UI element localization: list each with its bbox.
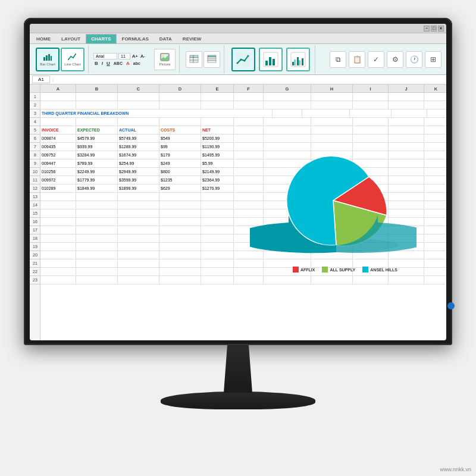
cell-r5k[interactable] bbox=[424, 126, 446, 134]
cell-r1d[interactable] bbox=[159, 93, 201, 101]
cell-r8b[interactable]: $3284.99 bbox=[76, 151, 118, 159]
cell-r6h[interactable] bbox=[311, 134, 353, 143]
cell-r6d[interactable]: $549 bbox=[159, 134, 201, 143]
cell-r2g[interactable] bbox=[264, 101, 311, 109]
cell-r4g[interactable] bbox=[264, 118, 311, 126]
cell-r2j[interactable] bbox=[389, 101, 424, 109]
cell-r9b[interactable]: $789.99 bbox=[76, 159, 118, 168]
cell-ref-input[interactable] bbox=[32, 76, 50, 83]
cell-r10b[interactable]: $2249.99 bbox=[76, 168, 118, 176]
grid-tool-btn[interactable]: ⊞ bbox=[425, 51, 441, 68]
cell-r2h[interactable] bbox=[311, 101, 353, 109]
cell-r6i[interactable] bbox=[353, 134, 389, 143]
cell-r4f[interactable] bbox=[234, 118, 264, 126]
font-increase[interactable]: A+ bbox=[131, 54, 139, 59]
cell-r2f[interactable] bbox=[234, 101, 264, 109]
close-button[interactable]: ✕ bbox=[438, 26, 444, 32]
tab-data[interactable]: DATA bbox=[154, 34, 177, 43]
cell-r3i[interactable] bbox=[392, 109, 427, 118]
cell-r10d[interactable]: $800 bbox=[159, 168, 201, 176]
cell-r10e[interactable]: $2149.99 bbox=[201, 168, 234, 176]
tab-formulas[interactable]: FORMULAS bbox=[117, 34, 154, 43]
cell-h-invoice[interactable]: INVOICE bbox=[40, 126, 76, 134]
cell-r9c[interactable]: $254.99 bbox=[118, 159, 159, 168]
cell-r6g[interactable] bbox=[264, 134, 311, 143]
cell-h-net[interactable]: NET bbox=[201, 126, 234, 134]
abc-button[interactable]: abc bbox=[132, 61, 142, 65]
cell-r1a[interactable] bbox=[40, 93, 76, 101]
cell-r5i[interactable] bbox=[353, 126, 389, 134]
cell-r12a[interactable]: 010289 bbox=[40, 184, 76, 193]
cell-r4k[interactable] bbox=[424, 118, 446, 126]
table-style-btn-2[interactable] bbox=[203, 51, 220, 68]
cell-r3j[interactable] bbox=[427, 109, 446, 118]
settings-tool-btn[interactable]: ⚙ bbox=[387, 51, 403, 68]
minimize-button[interactable]: − bbox=[424, 26, 430, 32]
line-chart-button[interactable]: Line Chart bbox=[61, 48, 84, 71]
tab-layout[interactable]: LAYOUT bbox=[56, 34, 86, 43]
cell-r6a[interactable]: 009874 bbox=[40, 134, 76, 143]
cell-r11b[interactable]: $1779.99 bbox=[76, 176, 118, 184]
cell-h-expected[interactable]: EXPECTED bbox=[76, 126, 118, 134]
cell-r5h[interactable] bbox=[311, 126, 353, 134]
strikethrough-button[interactable]: ABC bbox=[112, 61, 124, 65]
cell-r11d[interactable]: $1235 bbox=[159, 176, 201, 184]
cell-r12c[interactable]: $1899.99 bbox=[118, 184, 159, 193]
cell-r12d[interactable]: $629 bbox=[159, 184, 201, 193]
cell-r10a[interactable]: 010256 bbox=[40, 168, 76, 176]
cell-r4b[interactable] bbox=[76, 118, 118, 126]
cell-r6k[interactable] bbox=[424, 134, 446, 143]
cell-r2a[interactable] bbox=[40, 101, 76, 109]
clock-tool-btn[interactable]: 🕐 bbox=[406, 51, 422, 68]
formula-input[interactable] bbox=[56, 77, 444, 82]
cell-r1c[interactable] bbox=[118, 93, 159, 101]
cell-r8e[interactable]: $1495.99 bbox=[201, 151, 234, 159]
cell-r2e[interactable] bbox=[201, 101, 234, 109]
cell-r11e[interactable]: $2364.99 bbox=[201, 176, 234, 184]
cell-r9d[interactable]: $249 bbox=[159, 159, 201, 168]
cell-r10c[interactable]: $2949.99 bbox=[118, 168, 159, 176]
cell-r3h[interactable] bbox=[350, 109, 392, 118]
cell-r1b[interactable] bbox=[76, 93, 118, 101]
check-tool-btn[interactable]: ✓ bbox=[368, 51, 384, 68]
cell-r1k[interactable] bbox=[424, 93, 446, 101]
maximize-button[interactable]: □ bbox=[431, 26, 437, 32]
cell-r4h[interactable] bbox=[311, 118, 353, 126]
cell-r1h[interactable] bbox=[311, 93, 353, 101]
cell-r1i[interactable] bbox=[353, 93, 389, 101]
cell-r5f[interactable] bbox=[234, 126, 264, 134]
cell-r6c[interactable]: $5749.99 bbox=[118, 134, 159, 143]
monitor-power-button[interactable] bbox=[447, 302, 455, 309]
table-style-btn-1[interactable] bbox=[186, 51, 202, 68]
font-decrease[interactable]: A- bbox=[140, 54, 146, 59]
italic-button[interactable]: I bbox=[101, 61, 104, 66]
cell-r3g[interactable] bbox=[302, 109, 350, 118]
tab-charts[interactable]: CHARTS bbox=[86, 34, 116, 43]
cell-r2k[interactable] bbox=[424, 101, 446, 109]
cell-title[interactable]: THIRD QUARTER FINANCIAL BREAKDOWN bbox=[40, 109, 273, 118]
cell-h-costs[interactable]: COSTS bbox=[159, 126, 201, 134]
cell-r5j[interactable] bbox=[389, 126, 424, 134]
font-name-box[interactable]: Arial bbox=[93, 53, 117, 60]
bar-chart-button[interactable]: Bar Chart bbox=[36, 48, 60, 71]
cell-r2d[interactable] bbox=[159, 101, 201, 109]
bold-button[interactable]: B bbox=[93, 61, 99, 66]
cell-r4c[interactable] bbox=[118, 118, 159, 126]
cell-r7e[interactable]: $1190.99 bbox=[201, 143, 234, 151]
cell-r7b[interactable]: $939.99 bbox=[76, 143, 118, 151]
cell-r9e[interactable]: $5.99 bbox=[201, 159, 234, 168]
cell-r12b[interactable]: $1849.99 bbox=[76, 184, 118, 193]
cell-r2c[interactable] bbox=[118, 101, 159, 109]
picture-button[interactable]: Picture bbox=[154, 49, 176, 70]
cell-r7c[interactable]: $1289.99 bbox=[118, 143, 159, 151]
cell-r7a[interactable]: 009435 bbox=[40, 143, 76, 151]
copy-tool-btn[interactable]: ⧉ bbox=[330, 51, 346, 68]
cell-r4j[interactable] bbox=[389, 118, 424, 126]
line-trend-button[interactable] bbox=[231, 48, 255, 71]
cell-r7d[interactable]: $99 bbox=[159, 143, 201, 151]
bar-trend-button[interactable] bbox=[259, 48, 283, 71]
cell-r3f[interactable] bbox=[273, 109, 302, 118]
font-color-button[interactable]: A bbox=[125, 61, 131, 66]
cell-r1f[interactable] bbox=[234, 93, 264, 101]
cell-r6b[interactable]: $4579.99 bbox=[76, 134, 118, 143]
